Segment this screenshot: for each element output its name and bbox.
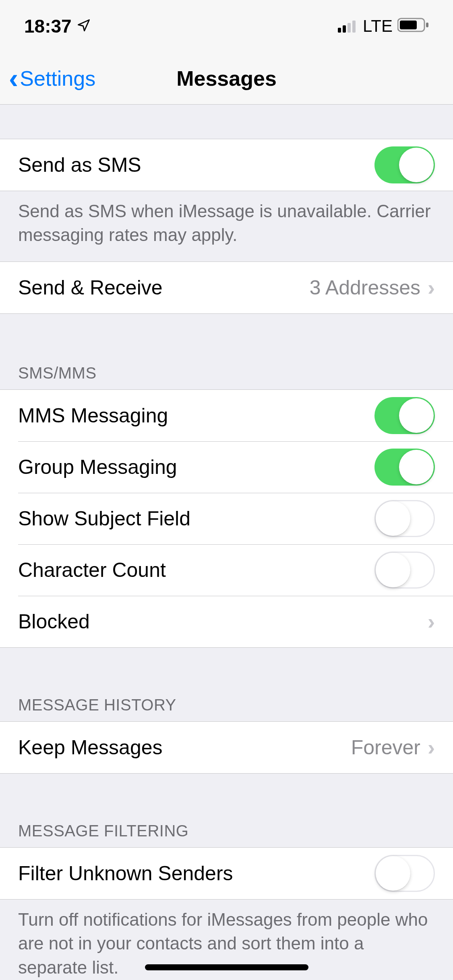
svg-rect-1 [343, 25, 346, 33]
svg-rect-0 [338, 28, 341, 33]
svg-rect-2 [348, 23, 351, 33]
show-subject-label: Show Subject Field [18, 507, 190, 530]
keep-messages-detail: Forever [351, 736, 420, 759]
network-label: LTE [363, 16, 393, 36]
mms-messaging-row: MMS Messaging [0, 390, 453, 441]
character-count-toggle[interactable] [374, 552, 435, 589]
send-receive-label: Send & Receive [18, 276, 163, 299]
keep-messages-label: Keep Messages [18, 736, 163, 759]
chevron-right-icon: › [428, 275, 435, 300]
home-indicator[interactable] [145, 964, 308, 970]
page-title: Messages [176, 66, 277, 91]
chevron-right-icon: › [428, 735, 435, 760]
svg-rect-6 [426, 23, 428, 27]
group-messaging-toggle[interactable] [374, 449, 435, 486]
filter-unknown-label: Filter Unknown Senders [18, 862, 233, 885]
blocked-label: Blocked [18, 610, 90, 633]
group-messaging-row: Group Messaging [0, 441, 453, 493]
keep-messages-row[interactable]: Keep Messages Forever › [0, 722, 453, 773]
message-history-header: MESSAGE HISTORY [0, 688, 453, 721]
back-button[interactable]: ‹ Settings [0, 64, 95, 93]
battery-icon [397, 15, 430, 37]
signal-icon [338, 15, 358, 37]
send-as-sms-row: Send as SMS [0, 139, 453, 191]
mms-messaging-toggle[interactable] [374, 397, 435, 434]
nav-bar: ‹ Settings Messages [0, 52, 453, 105]
filter-unknown-toggle[interactable] [374, 855, 435, 892]
chevron-left-icon: ‹ [9, 64, 18, 93]
send-as-sms-toggle[interactable] [374, 146, 435, 183]
send-as-sms-footer: Send as SMS when iMessage is unavailable… [0, 191, 453, 254]
location-icon [77, 15, 91, 37]
blocked-row[interactable]: Blocked › [0, 596, 453, 647]
svg-rect-5 [400, 21, 417, 29]
mms-messaging-label: MMS Messaging [18, 404, 168, 427]
chevron-right-icon: › [428, 609, 435, 634]
character-count-label: Character Count [18, 558, 166, 582]
show-subject-row: Show Subject Field [0, 493, 453, 544]
group-messaging-label: Group Messaging [18, 455, 177, 479]
send-receive-detail: 3 Addresses [310, 276, 420, 299]
status-time: 18:37 [24, 15, 72, 37]
message-filtering-header: MESSAGE FILTERING [0, 814, 453, 847]
back-label: Settings [20, 66, 95, 91]
send-receive-row[interactable]: Send & Receive 3 Addresses › [0, 262, 453, 313]
sms-mms-header: SMS/MMS [0, 356, 453, 389]
send-as-sms-label: Send as SMS [18, 153, 141, 177]
show-subject-toggle[interactable] [374, 500, 435, 537]
svg-rect-3 [352, 21, 356, 33]
character-count-row: Character Count [0, 544, 453, 596]
filter-unknown-row: Filter Unknown Senders [0, 848, 453, 899]
status-bar: 18:37 LTE [0, 0, 453, 52]
